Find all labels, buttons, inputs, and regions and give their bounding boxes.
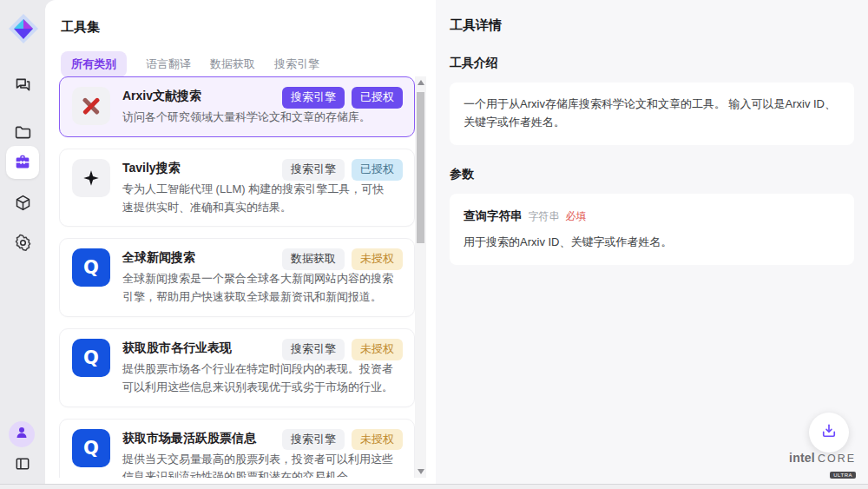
- category-tab[interactable]: 数据获取: [210, 56, 255, 72]
- toolbox-icon: [13, 153, 32, 172]
- param-name: 查询字符串: [464, 207, 523, 226]
- scrollbar-track[interactable]: [415, 76, 426, 478]
- sidebar-item-models[interactable]: [6, 186, 39, 219]
- window-bottom-edge: [0, 484, 868, 489]
- category-tabs: 所有类别语言翻译数据获取搜索引擎: [45, 36, 436, 77]
- user-icon: [15, 426, 29, 443]
- tool-card[interactable]: Q 获取市场最活跃股票信息 提供当天交易量最高的股票列表，投资者可以利用这些信息…: [59, 419, 415, 478]
- intro-box: 一个用于从Arxiv存储库搜索科学论文和文章的工具。 输入可以是Arxiv ID…: [450, 83, 854, 145]
- tool-detail-panel: 工具详情 工具介绍 一个用于从Arxiv存储库搜索科学论文和文章的工具。 输入可…: [436, 0, 868, 489]
- tool-list: Arxiv文献搜索 访问各个研究领域大量科学论文和文章的存储库。 搜索引擎 已授…: [59, 76, 415, 478]
- folder-icon: [14, 123, 32, 142]
- tool-description: 专为人工智能代理 (LLM) 构建的搜索引擎工具，可快速提供实时、准确和真实的结…: [122, 181, 393, 217]
- cube-icon: [14, 194, 32, 212]
- param-description: 用于搜索的Arxiv ID、关键字或作者姓名。: [464, 234, 840, 252]
- param-box: 查询字符串 字符串 必填 用于搜索的Arxiv ID、关键字或作者姓名。: [450, 194, 854, 265]
- sidebar-item-chat[interactable]: [6, 68, 39, 101]
- qnews-icon: Q: [72, 339, 110, 377]
- param-type: 字符串: [529, 208, 560, 225]
- qnews-icon: Q: [72, 429, 110, 467]
- tool-description: 全球新闻搜索是一个聚合全球各大新闻网站内容的搜索引擎，帮助用户快速获取全球最新资…: [122, 270, 393, 307]
- tool-card[interactable]: Arxiv文献搜索 访问各个研究领域大量科学论文和文章的存储库。 搜索引擎 已授…: [59, 76, 415, 137]
- page-title: 工具集: [45, 0, 436, 36]
- panel-toggle-icon: [14, 455, 31, 472]
- tool-category-badge: 搜索引擎: [282, 429, 345, 451]
- gear-icon: [14, 234, 32, 252]
- user-avatar[interactable]: [9, 421, 35, 447]
- core-wordmark: core: [818, 453, 856, 465]
- icon-rail: [0, 0, 45, 489]
- tool-category-badge: 数据获取: [282, 248, 345, 270]
- category-tab[interactable]: 搜索引擎: [274, 56, 319, 72]
- category-tab[interactable]: 所有类别: [61, 51, 127, 77]
- sidebar-item-settings[interactable]: [6, 226, 39, 259]
- category-tab[interactable]: 语言翻译: [146, 56, 191, 72]
- sidebar-item-files[interactable]: [6, 116, 39, 149]
- sidebar-item-toolbox[interactable]: [6, 146, 39, 179]
- chat-icon: [14, 76, 32, 94]
- tavily-icon: [72, 159, 110, 197]
- app-logo-icon: [7, 12, 40, 45]
- intro-section-title: 工具介绍: [450, 56, 854, 71]
- ultra-badge: ultra: [830, 472, 856, 479]
- tool-category-badge: 搜索引擎: [282, 159, 345, 181]
- tool-description: 提供当天交易量最高的股票列表，投资者可以利用这些信息来识别流动性强的股票和潜在的…: [122, 451, 393, 478]
- download-icon: [820, 422, 838, 443]
- tool-auth-badge: 未授权: [352, 429, 403, 451]
- tool-category-badge: 搜索引擎: [282, 87, 345, 109]
- intel-wordmark: intel: [789, 451, 815, 465]
- scrollbar-thumb[interactable]: [417, 92, 424, 243]
- tool-auth-badge: 已授权: [352, 159, 403, 181]
- tool-auth-badge: 未授权: [352, 248, 403, 270]
- tool-auth-badge: 未授权: [352, 339, 403, 360]
- scroll-down-arrow-icon[interactable]: [418, 469, 424, 474]
- tool-card[interactable]: Q 全球新闻搜索 全球新闻搜索是一个聚合全球各大新闻网站内容的搜索引擎，帮助用户…: [59, 238, 415, 317]
- tool-card[interactable]: Q 获取股市各行业表现 提供股票市场各个行业在特定时间段内的表现。投资者可以利用…: [59, 328, 415, 407]
- tool-list-panel: 工具集 所有类别语言翻译数据获取搜索引擎 Arxiv文献搜索 访问各个研究领域大…: [45, 0, 436, 489]
- tool-category-badge: 搜索引擎: [282, 339, 345, 360]
- arxiv-icon: [72, 87, 110, 125]
- params-section-title: 参数: [450, 167, 854, 182]
- tool-description: 访问各个研究领域大量科学论文和文章的存储库。: [122, 109, 371, 127]
- intel-core-logo: intel core ultra: [789, 451, 856, 480]
- qnews-icon: Q: [72, 248, 110, 287]
- param-required-flag: 必填: [566, 208, 587, 225]
- collapse-panel-button[interactable]: [6, 447, 39, 480]
- scroll-up-arrow-icon[interactable]: [418, 80, 424, 85]
- tool-auth-badge: 已授权: [352, 87, 403, 109]
- detail-title: 工具详情: [450, 17, 854, 34]
- download-button[interactable]: [809, 413, 849, 453]
- tool-description: 提供股票市场各个行业在特定时间段内的表现。投资者可以利用这些信息来识别表现优于或…: [122, 360, 393, 397]
- tool-card[interactable]: Tavily搜索 专为人工智能代理 (LLM) 构建的搜索引擎工具，可快速提供实…: [59, 149, 415, 228]
